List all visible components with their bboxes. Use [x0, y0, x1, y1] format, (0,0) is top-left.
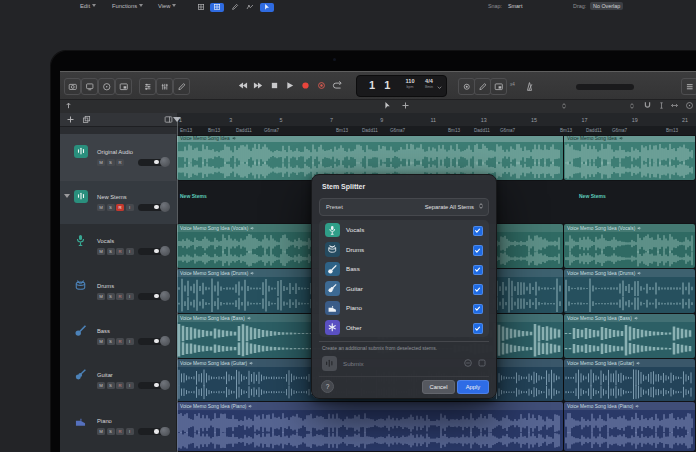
audio-region[interactable]: Voice Memo Song Idea (Drums): [564, 269, 695, 313]
disclosure-triangle-icon[interactable]: [64, 194, 70, 198]
track-pan-knob[interactable]: [160, 336, 170, 346]
stem-checkbox[interactable]: [473, 245, 484, 256]
help-button[interactable]: ?: [321, 380, 334, 393]
lcd-tempo[interactable]: 110 bpm: [401, 79, 419, 90]
track-input-button[interactable]: I: [126, 248, 134, 255]
track-row-piano[interactable]: PianoMSRI: [60, 402, 177, 452]
view-mode-button[interactable]: [210, 3, 224, 12]
toolbar-right-icon-rec2[interactable]: [458, 78, 475, 95]
view-mode-button[interactable]: [228, 3, 242, 12]
lcd-display[interactable]: 1 1 110 bpm 4/4 Bmin: [356, 75, 447, 97]
stem-row-bass[interactable]: Bass: [319, 259, 489, 279]
track-record-button[interactable]: R: [116, 382, 124, 389]
duplicate-track-button[interactable]: [82, 115, 91, 124]
track-input-button[interactable]: I: [126, 382, 134, 389]
audio-region[interactable]: Voice Memo Song Idea: [564, 134, 695, 180]
transport-loop-button[interactable]: [331, 79, 344, 92]
view-mode-button[interactable]: [243, 3, 257, 12]
track-name[interactable]: Guitar: [97, 372, 113, 378]
menu-view[interactable]: View: [158, 3, 176, 9]
track-name[interactable]: Vocals: [97, 238, 114, 244]
track-row-bass[interactable]: BassMSRI: [60, 314, 177, 360]
stem-row-vocals[interactable]: Vocals: [319, 220, 489, 240]
stem-row-piano[interactable]: Piano: [319, 298, 489, 318]
track-solo-button[interactable]: S: [107, 293, 115, 300]
view-mode-button[interactable]: [194, 3, 208, 12]
audio-region[interactable]: Voice Memo Song Idea (Bass): [564, 314, 695, 358]
toolbar-right-icon-pencil[interactable]: [474, 78, 491, 95]
stem-row-guitar[interactable]: Guitar: [319, 279, 489, 299]
toolbar-icon-mix[interactable]: [156, 78, 173, 95]
cancel-button[interactable]: Cancel: [422, 380, 455, 394]
toolbar-right-icon-pip[interactable]: [490, 78, 507, 95]
stem-row-other[interactable]: Other: [319, 318, 489, 338]
track-row-vocals[interactable]: VocalsMSRI: [60, 224, 177, 270]
track-mute-button[interactable]: M: [97, 248, 105, 255]
audio-region[interactable]: Voice Memo Song Idea (Vocals): [564, 224, 695, 268]
track-solo-button[interactable]: S: [107, 338, 115, 345]
updown-chevrons-icon[interactable]: [628, 102, 636, 110]
menu-functions[interactable]: Functions: [112, 3, 143, 9]
metronome-icon[interactable]: [523, 80, 536, 93]
lcd-chevron-icon[interactable]: [436, 84, 443, 91]
transport-stop-button[interactable]: [268, 79, 281, 92]
track-mute-button[interactable]: M: [97, 428, 105, 435]
playhead-marker-icon[interactable]: [173, 117, 181, 122]
track-pan-knob[interactable]: [160, 246, 170, 256]
lcd-position[interactable]: 1 1: [369, 79, 393, 91]
track-row-new-stems[interactable]: New StemsMSRI: [60, 181, 177, 225]
track-solo-button[interactable]: S: [107, 159, 115, 166]
transport-rew-button[interactable]: [236, 79, 249, 92]
track-row-original-audio[interactable]: Original AudioMSR: [60, 134, 177, 182]
toolbar-icon-disp[interactable]: [81, 78, 98, 95]
updown-chevrons-icon[interactable]: [560, 102, 568, 110]
track-row-guitar[interactable]: GuitarMSRI: [60, 359, 177, 403]
track-pan-knob[interactable]: [160, 380, 170, 390]
track-mute-button[interactable]: M: [97, 204, 105, 211]
snap-select[interactable]: Smart: [508, 3, 522, 9]
toolbar-icon-qm[interactable]: [98, 78, 115, 95]
track-name[interactable]: Original Audio: [97, 149, 133, 155]
toolbar-icon-pip[interactable]: [115, 78, 132, 95]
master-volume-slider[interactable]: [576, 84, 634, 90]
track-record-button[interactable]: R: [116, 248, 124, 255]
transport-play-button[interactable]: [283, 79, 296, 92]
audio-region[interactable]: Voice Memo Song Idea (Piano): [564, 402, 695, 451]
track-pan-knob[interactable]: [160, 157, 170, 167]
pencil-tool-select[interactable]: [401, 101, 411, 111]
toolbar-icon-toggles[interactable]: [139, 78, 156, 95]
track-input-button[interactable]: I: [126, 293, 134, 300]
slider-knob[interactable]: [154, 294, 159, 299]
playhead[interactable]: [177, 118, 178, 452]
toolbar-icon-cam[interactable]: [64, 78, 81, 95]
track-input-button[interactable]: I: [126, 338, 134, 345]
transport-fwd-button[interactable]: [252, 79, 265, 92]
track-record-button[interactable]: R: [116, 204, 124, 211]
toolbar-icon-pencil[interactable]: [173, 78, 190, 95]
pointer-tool-select[interactable]: [383, 101, 393, 111]
menu-right-icon-qm[interactable]: [685, 101, 695, 111]
bar-ruler[interactable]: 13579111315171921: [177, 113, 696, 127]
track-mute-button[interactable]: M: [97, 293, 105, 300]
stem-checkbox[interactable]: [473, 323, 484, 334]
track-solo-button[interactable]: S: [107, 248, 115, 255]
track-mute-button[interactable]: M: [97, 382, 105, 389]
drag-select[interactable]: No Overlap: [590, 2, 623, 10]
track-name[interactable]: Drums: [97, 283, 114, 289]
track-record-button[interactable]: R: [116, 338, 124, 345]
menu-edit[interactable]: Edit: [80, 3, 96, 9]
preset-select[interactable]: Preset Separate All Stems: [319, 198, 489, 216]
track-row-drums[interactable]: DrumsMSRI: [60, 269, 177, 315]
count-in-label[interactable]: x4: [510, 82, 515, 87]
audio-region[interactable]: Voice Memo Song Idea (Piano): [177, 402, 563, 451]
apply-button[interactable]: Apply: [457, 380, 489, 394]
slider-knob[interactable]: [154, 249, 159, 254]
stem-checkbox[interactable]: [473, 304, 484, 315]
track-record-button[interactable]: R: [116, 159, 124, 166]
track-input-button[interactable]: I: [126, 428, 134, 435]
slider-knob[interactable]: [154, 160, 159, 165]
slider-knob[interactable]: [154, 205, 159, 210]
menu-right-icon-magnet[interactable]: [643, 101, 653, 111]
track-mute-button[interactable]: M: [97, 159, 105, 166]
track-name[interactable]: Piano: [97, 418, 112, 424]
